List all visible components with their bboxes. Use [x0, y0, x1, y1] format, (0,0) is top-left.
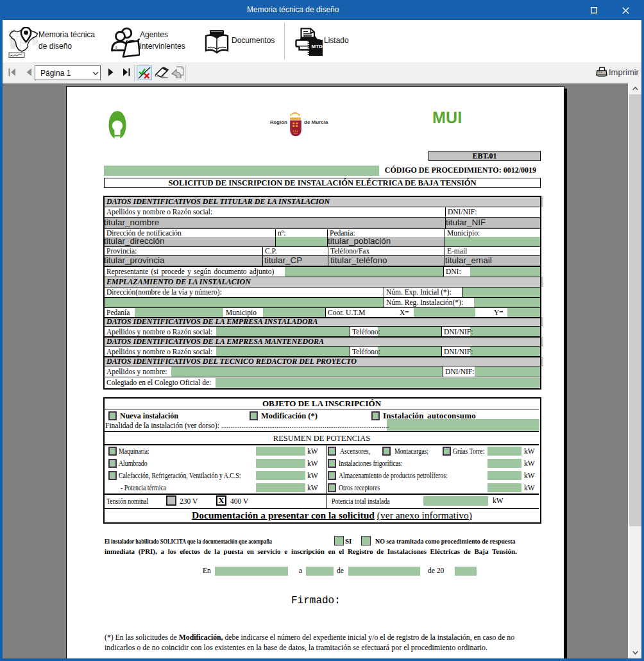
svg-text:MTD: MTD	[312, 44, 323, 49]
